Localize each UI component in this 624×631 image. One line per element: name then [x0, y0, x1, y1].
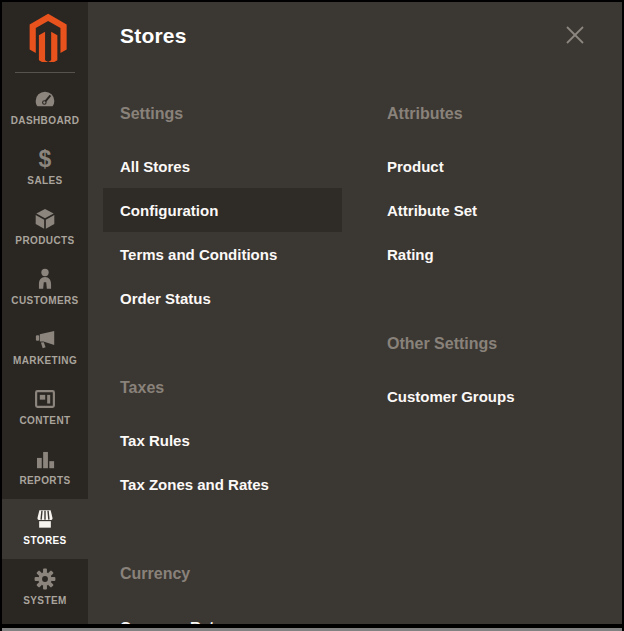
- sidebar-item-reports[interactable]: REPORTS: [2, 439, 88, 499]
- magento-logo-icon: [23, 12, 67, 66]
- layout-icon: [32, 386, 58, 412]
- section-header: Attributes: [387, 104, 609, 124]
- sidebar-item-label: STORES: [23, 535, 66, 546]
- menu-item-terms-and-conditions[interactable]: Terms and Conditions: [103, 232, 342, 276]
- sidebar-item-dashboard[interactable]: DASHBOARD: [2, 79, 88, 139]
- sidebar-item-marketing[interactable]: MARKETING: [2, 319, 88, 379]
- flyout-columns: Settings All Stores Configuration Terms …: [120, 104, 596, 631]
- person-icon: [32, 266, 58, 292]
- menu-item-customer-groups[interactable]: Customer Groups: [370, 374, 609, 418]
- window-bottom-edge: [2, 624, 622, 631]
- sidebar-item-label: MARKETING: [13, 355, 77, 366]
- sidebar-item-label: CUSTOMERS: [11, 295, 78, 306]
- flyout-column-left: Settings All Stores Configuration Terms …: [120, 104, 387, 631]
- section-settings: Settings All Stores Configuration Terms …: [120, 104, 387, 320]
- section-header: Taxes: [120, 378, 387, 398]
- stores-flyout-menu: Stores Settings All Stores Configuration…: [88, 2, 622, 631]
- menu-item-product[interactable]: Product: [370, 144, 609, 188]
- sidebar-item-stores[interactable]: STORES: [2, 499, 88, 559]
- sidebar-item-label: PRODUCTS: [15, 235, 74, 246]
- admin-sidebar: DASHBOARD $ SALES PRODUCTS: [2, 2, 88, 631]
- flyout-header: Stores: [120, 22, 596, 72]
- section-attributes: Attributes Product Attribute Set Rating: [387, 104, 609, 276]
- section-taxes: Taxes Tax Rules Tax Zones and Rates: [120, 378, 387, 506]
- close-button[interactable]: [564, 24, 586, 46]
- section-other-settings: Other Settings Customer Groups: [387, 334, 609, 418]
- section-header: Currency: [120, 564, 387, 584]
- section-header: Other Settings: [387, 334, 609, 354]
- menu-item-all-stores[interactable]: All Stores: [103, 144, 342, 188]
- flyout-column-right: Attributes Product Attribute Set Rating …: [387, 104, 609, 631]
- menu-item-configuration[interactable]: Configuration: [103, 188, 342, 232]
- sidebar-item-sales[interactable]: $ SALES: [2, 139, 88, 199]
- sidebar-item-system[interactable]: SYSTEM: [2, 559, 88, 619]
- flyout-title: Stores: [120, 22, 187, 50]
- menu-item-rating[interactable]: Rating: [370, 232, 609, 276]
- menu-item-attribute-set[interactable]: Attribute Set: [370, 188, 609, 232]
- menu-item-tax-zones-and-rates[interactable]: Tax Zones and Rates: [103, 462, 342, 506]
- magento-admin-window: DASHBOARD $ SALES PRODUCTS: [0, 0, 624, 631]
- sidebar-item-label: DASHBOARD: [11, 115, 80, 126]
- dollar-icon: $: [39, 146, 52, 172]
- sidebar-nav: DASHBOARD $ SALES PRODUCTS: [2, 79, 88, 619]
- magento-logo[interactable]: [2, 2, 88, 70]
- storefront-icon: [32, 506, 58, 532]
- sidebar-item-label: SYSTEM: [23, 595, 67, 606]
- sidebar-item-customers[interactable]: CUSTOMERS: [2, 259, 88, 319]
- gauge-icon: [32, 86, 58, 112]
- sidebar-item-label: SALES: [27, 175, 62, 186]
- gear-icon: [32, 566, 58, 592]
- section-currency: Currency Currency Rates: [120, 564, 387, 631]
- sidebar-divider: [15, 72, 75, 73]
- box-icon: [32, 206, 58, 232]
- menu-item-order-status[interactable]: Order Status: [103, 276, 342, 320]
- sidebar-item-label: CONTENT: [19, 415, 70, 426]
- close-icon: [564, 24, 586, 46]
- sidebar-item-label: REPORTS: [19, 475, 70, 486]
- sidebar-item-products[interactable]: PRODUCTS: [2, 199, 88, 259]
- menu-item-tax-rules[interactable]: Tax Rules: [103, 418, 342, 462]
- megaphone-icon: [32, 326, 58, 352]
- bar-chart-icon: [32, 446, 58, 472]
- sidebar-item-content[interactable]: CONTENT: [2, 379, 88, 439]
- section-header: Settings: [120, 104, 387, 124]
